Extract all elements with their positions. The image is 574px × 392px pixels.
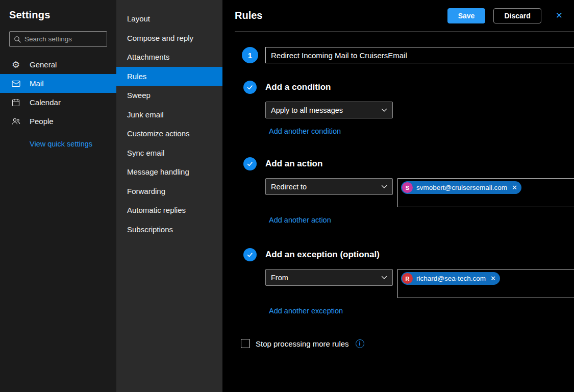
rule-name-input[interactable] <box>265 47 574 63</box>
info-icon[interactable]: i <box>356 339 364 348</box>
exception-heading-row: Add an exception (optional) <box>235 248 574 261</box>
action-dropdown-value: Redirect to <box>271 183 307 191</box>
view-quick-settings-link[interactable]: View quick settings <box>30 140 92 148</box>
search-input[interactable] <box>24 35 103 43</box>
rule-name-row: 1 <box>235 47 574 63</box>
nav-item-forwarding[interactable]: Forwarding <box>116 182 222 201</box>
search-settings-box[interactable] <box>9 31 107 47</box>
action-recipient-well[interactable]: S svmobert@cruisersemail.com ✕ <box>397 178 574 207</box>
exception-dropdown-value: From <box>271 274 288 282</box>
nav-item-attachments[interactable]: Attachments <box>116 47 222 67</box>
exception-recipient-email: richard@sea-tech.com <box>416 275 486 282</box>
action-recipient-email: svmobert@cruisersemail.com <box>416 184 507 191</box>
condition-controls: Apply to all messages <box>265 102 574 118</box>
condition-heading-row: Add a condition <box>235 81 574 94</box>
exception-recipient-chip[interactable]: R richard@sea-tech.com ✕ <box>401 272 500 285</box>
condition-section: Add a condition Apply to all messages Ad… <box>235 81 574 136</box>
rules-panel: Rules Save Discard ✕ 1 <box>222 0 574 392</box>
remove-recipient-icon[interactable]: ✕ <box>512 184 517 191</box>
action-link-row: Add another action <box>269 215 574 225</box>
sidebar-item-calendar[interactable]: Calendar <box>0 93 116 112</box>
stop-processing-checkbox[interactable] <box>241 339 250 348</box>
action-gutter <box>235 157 265 170</box>
settings-sidebar: Settings ⚙ General Mail <box>0 0 116 392</box>
stop-processing-label[interactable]: Stop processing more rules <box>256 339 349 348</box>
mail-settings-nav: Layout Compose and reply Attachments Rul… <box>116 0 222 392</box>
exception-dropdown[interactable]: From <box>265 269 393 286</box>
condition-link-row: Add another condition <box>269 127 574 136</box>
condition-dropdown[interactable]: Apply to all messages <box>265 102 393 118</box>
sidebar-header: Settings <box>0 0 116 47</box>
save-button[interactable]: Save <box>447 8 486 23</box>
action-controls: Redirect to S svmobert@cruisersemail.com… <box>265 178 574 207</box>
nav-item-compose-and-reply[interactable]: Compose and reply <box>116 29 222 48</box>
action-recipient-avatar: S <box>402 182 413 193</box>
rules-header: Rules Save Discard ✕ <box>235 0 574 32</box>
rule-editor: 1 Add a condition Apply to all messag <box>222 32 574 348</box>
nav-item-sync-email[interactable]: Sync email <box>116 143 222 163</box>
action-check-icon <box>243 157 257 170</box>
condition-gutter <box>235 81 265 94</box>
sidebar-item-label: Calendar <box>30 98 61 107</box>
exception-recipient-well[interactable]: R richard@sea-tech.com ✕ <box>397 269 574 298</box>
nav-item-sweep[interactable]: Sweep <box>116 86 222 105</box>
exception-section: Add an exception (optional) From R richa… <box>235 248 574 315</box>
action-recipient-chip[interactable]: S svmobert@cruisersemail.com ✕ <box>401 181 521 194</box>
exception-link-row: Add another exception <box>269 306 574 315</box>
settings-title: Settings <box>9 9 107 21</box>
page-title: Rules <box>235 10 262 21</box>
action-dropdown[interactable]: Redirect to <box>265 178 393 195</box>
stop-processing-row: Stop processing more rules i <box>241 339 574 348</box>
chevron-down-icon <box>381 108 387 112</box>
exception-heading: Add an exception (optional) <box>265 250 380 260</box>
nav-item-message-handling[interactable]: Message handling <box>116 162 222 182</box>
exception-controls: From R richard@sea-tech.com ✕ <box>265 269 574 298</box>
action-heading: Add an action <box>265 159 322 169</box>
settings-window: Settings ⚙ General Mail <box>0 0 574 392</box>
nav-item-junk-email[interactable]: Junk email <box>116 105 222 125</box>
sidebar-item-general[interactable]: ⚙ General <box>0 55 116 74</box>
step-gutter: 1 <box>235 47 265 63</box>
sidebar-item-label: Mail <box>30 79 44 88</box>
nav-item-rules[interactable]: Rules <box>116 67 222 86</box>
sidebar-nav: ⚙ General Mail Calendar People <box>0 55 116 131</box>
nav-item-customize-actions[interactable]: Customize actions <box>116 124 222 143</box>
remove-recipient-icon[interactable]: ✕ <box>490 275 496 282</box>
sidebar-item-label: People <box>30 117 54 126</box>
condition-dropdown-value: Apply to all messages <box>271 106 343 114</box>
exception-gutter <box>235 248 265 261</box>
discard-button[interactable]: Discard <box>493 8 541 23</box>
chevron-down-icon <box>381 276 387 280</box>
people-icon <box>11 117 20 126</box>
action-section: Add an action Redirect to S svmobert@cru… <box>235 157 574 225</box>
chevron-down-icon <box>381 185 387 189</box>
add-condition-link[interactable]: Add another condition <box>269 127 341 135</box>
mail-icon <box>11 80 20 87</box>
close-icon[interactable]: ✕ <box>556 11 563 20</box>
nav-item-subscriptions[interactable]: Subscriptions <box>116 220 222 239</box>
exception-check-icon <box>243 248 257 261</box>
condition-check-icon <box>243 81 257 94</box>
sidebar-item-label: General <box>30 60 57 69</box>
nav-item-automatic-replies[interactable]: Automatic replies <box>116 201 222 220</box>
action-heading-row: Add an action <box>235 157 574 170</box>
step-number-badge: 1 <box>242 47 258 63</box>
gear-icon: ⚙ <box>11 60 20 69</box>
exception-recipient-avatar: R <box>402 273 413 284</box>
nav-item-layout[interactable]: Layout <box>116 9 222 29</box>
condition-heading: Add a condition <box>265 82 331 92</box>
calendar-icon <box>11 99 20 107</box>
add-action-link[interactable]: Add another action <box>269 216 331 224</box>
sidebar-item-mail[interactable]: Mail <box>0 74 116 93</box>
sidebar-item-people[interactable]: People <box>0 112 116 131</box>
search-icon <box>14 36 21 43</box>
add-exception-link[interactable]: Add another exception <box>269 307 343 315</box>
